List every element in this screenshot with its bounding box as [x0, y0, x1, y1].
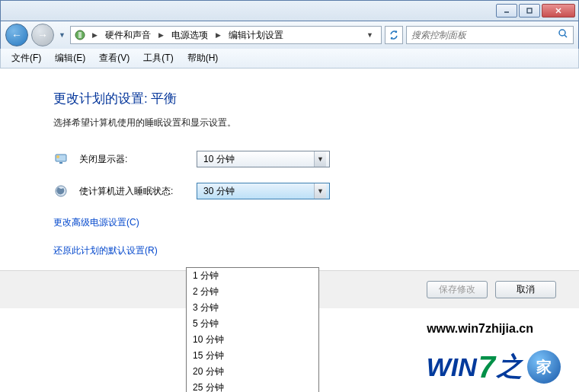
- svg-line-7: [565, 35, 567, 37]
- forward-button[interactable]: →: [31, 24, 54, 46]
- watermark-orb-icon: 家: [527, 350, 561, 384]
- address-bar[interactable]: ▶ 硬件和声音 ▶ 电源选项 ▶ 编辑计划设置 ▼: [70, 26, 382, 44]
- page-subtitle: 选择希望计算机使用的睡眠设置和显示设置。: [53, 116, 526, 129]
- chevron-down-icon: ▼: [314, 151, 326, 167]
- sleep-row: 使计算机进入睡眠状态: 30 分钟 ▼: [53, 183, 526, 199]
- refresh-button[interactable]: [385, 26, 403, 44]
- svg-point-10: [56, 155, 59, 158]
- turn-off-display-label: 关闭显示器:: [79, 153, 186, 166]
- nav-history-dropdown[interactable]: ▼: [57, 31, 67, 39]
- combo-value: 10 分钟: [203, 153, 235, 166]
- dropdown-option[interactable]: 15 分钟: [187, 348, 318, 364]
- dropdown-option[interactable]: 20 分钟: [187, 364, 318, 380]
- chevron-right-icon: ▶: [155, 31, 167, 39]
- dropdown-option[interactable]: 10 分钟: [187, 332, 318, 348]
- sleep-combo[interactable]: 30 分钟 ▼: [197, 183, 330, 199]
- advanced-settings-link-row: 更改高级电源设置(C): [53, 215, 526, 229]
- watermark-brand: WIN: [427, 352, 477, 382]
- address-dropdown-icon[interactable]: ▼: [362, 31, 378, 39]
- breadcrumb-power[interactable]: 电源选项: [170, 29, 210, 42]
- breadcrumb-edit-plan[interactable]: 编辑计划设置: [227, 29, 285, 42]
- minimize-button[interactable]: [496, 4, 517, 18]
- combo-value: 30 分钟: [203, 185, 235, 198]
- turn-off-display-row: 关闭显示器: 10 分钟 ▼: [53, 151, 526, 167]
- svg-rect-1: [527, 8, 532, 13]
- menu-view[interactable]: 查看(V): [93, 49, 136, 67]
- svg-rect-5: [78, 32, 82, 38]
- sleep-label: 使计算机进入睡眠状态:: [79, 185, 186, 198]
- window-titlebar: [0, 0, 579, 21]
- monitor-icon: [53, 151, 69, 167]
- dropdown-option[interactable]: 25 分钟: [187, 380, 318, 392]
- sleep-dropdown-list[interactable]: 1 分钟 2 分钟 3 分钟 5 分钟 10 分钟 15 分钟 20 分钟 25…: [186, 267, 319, 392]
- restore-defaults-link-row: 还原此计划的默认设置(R): [53, 243, 526, 257]
- turn-off-display-combo[interactable]: 10 分钟 ▼: [197, 151, 330, 167]
- breadcrumb-hardware[interactable]: 硬件和声音: [104, 29, 152, 42]
- menu-file[interactable]: 文件(F): [5, 49, 47, 67]
- watermark-brand2: 之: [497, 349, 523, 384]
- menu-tools[interactable]: 工具(T): [137, 49, 179, 67]
- watermark-seven: 7: [478, 350, 495, 384]
- menu-edit[interactable]: 编辑(E): [49, 49, 91, 67]
- control-panel-icon: [74, 29, 86, 41]
- page-title: 更改计划的设置: 平衡: [53, 90, 526, 107]
- watermark-url: www.win7zhijia.cn: [427, 322, 533, 336]
- menu-help[interactable]: 帮助(H): [181, 49, 225, 67]
- search-box[interactable]: [406, 26, 574, 44]
- content-area: 更改计划的设置: 平衡 选择希望计算机使用的睡眠设置和显示设置。 关闭显示器: …: [0, 69, 579, 257]
- chevron-right-icon: ▶: [213, 31, 224, 39]
- dropdown-option[interactable]: 1 分钟: [187, 268, 318, 284]
- nav-toolbar: ← → ▼ ▶ 硬件和声音 ▶ 电源选项 ▶ 编辑计划设置 ▼: [0, 21, 579, 49]
- chevron-down-icon: ▼: [314, 183, 326, 199]
- close-button[interactable]: [542, 4, 575, 18]
- back-button[interactable]: ←: [5, 24, 28, 46]
- search-icon[interactable]: [558, 28, 568, 42]
- sleep-icon: [53, 183, 69, 199]
- advanced-settings-link[interactable]: 更改高级电源设置(C): [53, 217, 139, 228]
- chevron-right-icon: ▶: [89, 31, 101, 39]
- cancel-button[interactable]: 取消: [495, 281, 556, 298]
- restore-defaults-link[interactable]: 还原此计划的默认设置(R): [53, 245, 158, 256]
- watermark-logo: WIN7之 家: [427, 349, 561, 384]
- dropdown-option[interactable]: 3 分钟: [187, 300, 318, 316]
- menu-bar: 文件(F) 编辑(E) 查看(V) 工具(T) 帮助(H): [0, 49, 579, 69]
- svg-rect-9: [59, 162, 62, 164]
- svg-point-6: [559, 30, 565, 36]
- search-input[interactable]: [411, 30, 558, 40]
- save-button[interactable]: 保存修改: [427, 281, 488, 298]
- dropdown-option[interactable]: 2 分钟: [187, 284, 318, 300]
- dropdown-option[interactable]: 5 分钟: [187, 316, 318, 332]
- maximize-button[interactable]: [519, 4, 540, 18]
